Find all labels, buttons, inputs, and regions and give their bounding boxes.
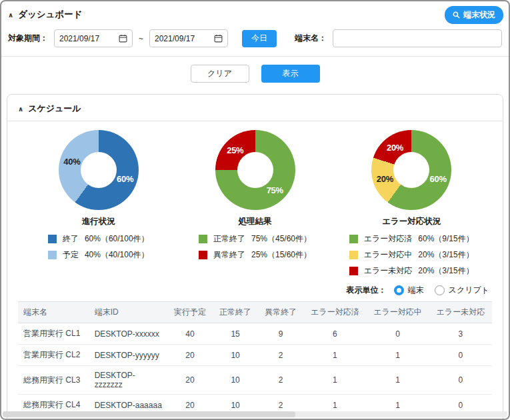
table-cell: 20 (167, 366, 213, 395)
legend-label: 予定 (63, 249, 79, 261)
legend-value: 25%（15/60件） (251, 249, 311, 261)
table-row[interactable]: 総務用実行 CL3DESKTOP-zzzzzzz20102110 (18, 366, 492, 395)
range-separator: ~ (139, 34, 143, 43)
slice-percent-label: 20% (387, 143, 403, 153)
horizontal-scrollbar[interactable] (3, 411, 507, 417)
table-cell: 2 (258, 345, 303, 366)
legend-value: 40%（40/100件） (85, 249, 149, 261)
donut-hole (393, 152, 429, 188)
page-header: ∧ ダッシュボード 端末状況 (1, 1, 509, 24)
table-row[interactable]: 営業用実行 CL1DESKTOP-xxxxxx40159603 (18, 323, 492, 345)
terminal-name-input[interactable] (333, 29, 502, 47)
table-cell: 営業用実行 CL1 (18, 323, 89, 345)
scrollbar-thumb[interactable] (3, 411, 295, 417)
legend-swatch-icon (199, 251, 207, 259)
legend-swatch-icon (199, 235, 207, 243)
table-body: 営業用実行 CL1DESKTOP-xxxxxx40159603営業用実行 CL2… (18, 323, 492, 416)
chart-title: 処理結果 (239, 216, 272, 227)
legend-label: 正常終了 (213, 233, 245, 245)
legend-value: 20%（3/15件） (418, 265, 473, 277)
slice-percent-label: 20% (377, 174, 393, 184)
table-cell: 40 (167, 323, 213, 345)
schedule-table: 端末名端末ID実行予定正常終了異常終了エラー対応済エラー対応中エラー未対応 営業… (18, 301, 492, 416)
schedule-section-title: スケジュール (28, 103, 81, 115)
table-header-cell: 端末ID (89, 302, 167, 323)
collapse-chevron-icon[interactable]: ∧ (18, 105, 23, 113)
today-button[interactable]: 今日 (242, 30, 277, 47)
table-header-cell: エラー対応中 (366, 302, 429, 323)
slice-percent-label: 60% (117, 174, 133, 184)
donut-chart: 60%40% (59, 130, 139, 210)
date-to-input[interactable]: 2021/09/17 (149, 29, 228, 47)
terminal-status-button[interactable]: 端末状況 (445, 6, 503, 24)
table-cell: DESKTOP-zzzzzzz (89, 366, 167, 395)
charts-row: 60%40%進行状況終了60%（60/100件）予定40%（40/100件）75… (18, 130, 492, 277)
table-cell: 総務用実行 CL3 (18, 366, 89, 395)
donut-hole (237, 152, 273, 188)
legend-swatch-icon (349, 235, 358, 243)
chart-title: 進行状況 (82, 216, 115, 227)
table-cell: 10 (213, 366, 258, 395)
date-from-input[interactable]: 2021/09/17 (54, 29, 133, 47)
chart-block: 60%20%20%エラー対応状況エラー対応済60%（9/15件）エラー対応中20… (335, 130, 487, 277)
donut-chart: 60%20%20% (371, 130, 451, 210)
table-cell: DESKTOP-xxxxxx (89, 323, 167, 345)
table-row[interactable]: 営業用実行 CL2DESKTOP-yyyyyy20102110 (18, 345, 492, 366)
legend-value: 60%（60/100件） (85, 233, 149, 245)
slice-percent-label: 25% (227, 145, 243, 155)
table-header-row: 端末名端末ID実行予定正常終了異常終了エラー対応済エラー対応中エラー未対応 (18, 302, 492, 323)
table-cell: 9 (258, 323, 303, 345)
chart-legend: 正常終了75%（45/60件）異常終了25%（15/60件） (199, 233, 311, 261)
table-cell: 1 (303, 366, 366, 395)
dashboard-window: ∧ ダッシュボード 端末状況 対象期間： 2021/09/17 ~ 2021/0… (0, 0, 510, 420)
show-button[interactable]: 表示 (261, 65, 320, 83)
slice-percent-label: 40% (63, 157, 80, 167)
collapse-chevron-icon[interactable]: ∧ (8, 11, 13, 19)
radio-label: 端末 (408, 285, 424, 296)
table-cell: 6 (303, 323, 366, 345)
terminal-name-label: 端末名： (295, 33, 327, 44)
legend-label: エラー対応済 (364, 233, 413, 245)
table-header-cell: 実行予定 (167, 302, 213, 323)
date-to-value: 2021/09/17 (155, 34, 195, 43)
table-cell: 10 (213, 345, 258, 366)
donut-hole (81, 152, 117, 188)
unit-radio-option[interactable]: スクリプト (435, 285, 489, 296)
table-cell: 15 (213, 323, 258, 345)
calendar-icon[interactable] (214, 34, 223, 43)
table-header-cell: 異常終了 (258, 302, 303, 323)
table-header-cell: 正常終了 (213, 302, 258, 323)
table-cell: 営業用実行 CL2 (18, 345, 89, 366)
filter-bar: 対象期間： 2021/09/17 ~ 2021/09/17 今日 端末名： (1, 24, 509, 56)
legend-value: 60%（9/15件） (418, 233, 473, 245)
legend-swatch-icon (48, 235, 57, 243)
schedule-section-header: ∧ スケジュール (18, 101, 492, 121)
chart-block: 60%40%進行状況終了60%（60/100件）予定40%（40/100件） (23, 130, 175, 277)
legend-swatch-icon (48, 251, 57, 259)
radio-unchecked-icon[interactable] (435, 285, 445, 295)
search-icon (453, 11, 460, 19)
terminal-status-label: 端末状況 (463, 9, 495, 21)
table-cell: 1 (366, 366, 429, 395)
table-cell: DESKTOP-yyyyyy (89, 345, 167, 366)
table-cell: 1 (366, 345, 429, 366)
legend-label: 終了 (63, 233, 79, 245)
radio-checked-icon[interactable] (394, 285, 404, 295)
donut-chart: 75%25% (215, 130, 295, 210)
unit-radio-option[interactable]: 端末 (394, 285, 424, 296)
legend-swatch-icon (349, 251, 358, 259)
divider (7, 121, 503, 121)
legend-value: 75%（45/60件） (251, 233, 311, 245)
table-header: 端末名端末ID実行予定正常終了異常終了エラー対応済エラー対応中エラー未対応 (18, 302, 492, 323)
chart-title: エラー対応状況 (382, 216, 441, 227)
chart-block: 75%25%処理結果正常終了75%（45/60件）異常終了25%（15/60件） (179, 130, 331, 277)
table-header-cell: 端末名 (18, 302, 89, 323)
calendar-icon[interactable] (119, 34, 127, 43)
clear-button[interactable]: クリア (191, 65, 249, 83)
radio-label: スクリプト (449, 285, 489, 296)
legend-label: エラー未対応 (364, 265, 413, 277)
legend-swatch-icon (349, 267, 358, 275)
display-unit-label: 表示単位： (347, 285, 387, 296)
table-cell: 3 (429, 323, 492, 345)
table-header-cell: エラー未対応 (429, 302, 492, 323)
